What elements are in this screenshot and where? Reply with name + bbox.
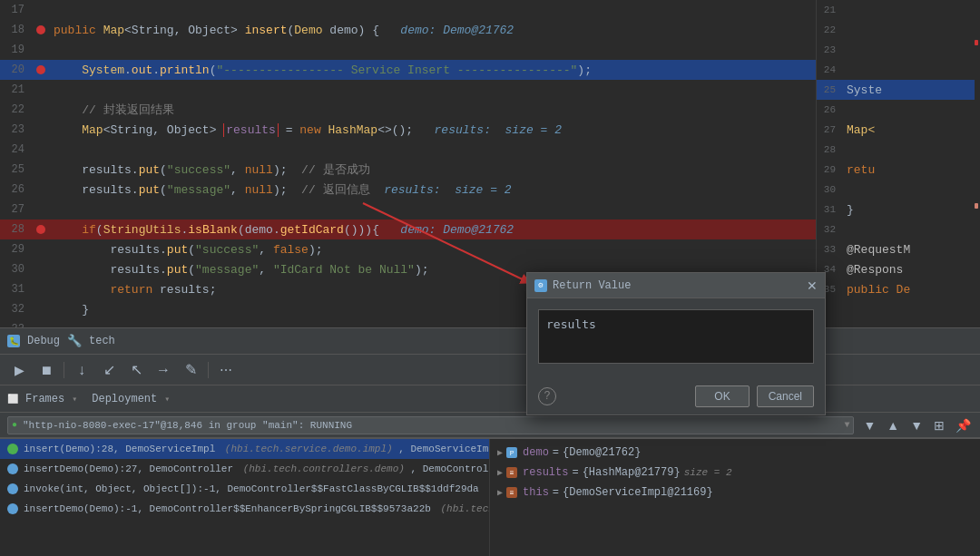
line-num-30: 30 [0, 263, 32, 276]
resume-button[interactable]: ▶ [7, 360, 31, 380]
line-num-31: 31 [0, 283, 32, 296]
frame-detail-0: (hbi.tech.service.demo.impl) [225, 444, 393, 454]
right-num-25: 25 [820, 84, 843, 95]
toolbar-sep-2 [208, 362, 209, 378]
step-into-button[interactable]: ↙ [97, 360, 121, 380]
var-icon-demo: P [506, 447, 517, 458]
modal-ok-button[interactable]: OK [695, 385, 749, 407]
deployment-label[interactable]: Deployment [92, 393, 157, 405]
right-num-22: 22 [820, 24, 843, 35]
var-val-results: {HashMap@21779} [583, 466, 681, 479]
code-line-19: 19 [0, 40, 816, 60]
modal-close-button[interactable]: ✕ [807, 278, 818, 293]
var-item-results[interactable]: ▶ ≡ results = {HashMap@21779} size = 2 [490, 463, 980, 483]
right-line-31: 31 } [817, 200, 980, 219]
line-content-23: Map<String, Object> results = new HashMa… [50, 123, 816, 137]
modal-input[interactable]: results [538, 309, 814, 364]
right-line-32: 32 [817, 219, 980, 239]
frame-item-3[interactable]: insertDemo(Demo):-1, DemoController$$Enh… [0, 499, 489, 519]
frame-main-1: insertDemo(Demo):27, DemoController (hbi… [24, 463, 489, 474]
line-num-17: 17 [0, 4, 32, 16]
frame-detail-3: (hbi.tech.contr... [440, 503, 489, 514]
expand-arrow-this: ▶ [497, 487, 503, 498]
frame-main-3: insertDemo(Demo):-1, DemoController$$Enh… [24, 503, 489, 514]
modal-buttons: OK Cancel [695, 385, 814, 407]
step-out-button[interactable]: ↖ [124, 360, 148, 380]
code-line-18[interactable]: 18 public Map<String, Object> insert(Dem… [0, 20, 816, 40]
thread-selector[interactable]: ● "http-nio-8080-exec-17"@18,846 in grou… [7, 416, 854, 434]
code-line-23: 23 Map<String, Object> results = new Has… [0, 120, 816, 140]
more-button[interactable]: ⋯ [214, 360, 238, 380]
modal-title: ⚙ Return Value [534, 279, 631, 292]
frame-icon-1 [7, 463, 18, 474]
breakpoint-18[interactable] [36, 25, 45, 34]
var-item-this[interactable]: ▶ ≡ this = {DemoServiceImpl@21169} [490, 483, 980, 502]
filter-icon[interactable]: ⊞ [932, 416, 946, 434]
right-line-28: 28 [817, 140, 980, 160]
line-content-22: // 封装返回结果 [50, 102, 816, 118]
stop-button[interactable]: ⏹ [34, 360, 58, 380]
right-content-34: @Respons [843, 263, 980, 277]
thread-filter-button[interactable]: ▼ [861, 416, 877, 434]
modal-cancel-button[interactable]: Cancel [757, 385, 814, 407]
code-line-22: 22 // 封装返回结果 [0, 100, 816, 120]
var-icon-results: ≡ [506, 467, 517, 478]
modal-title-icon: ⚙ [534, 279, 547, 292]
thread-icon: ● [12, 420, 17, 430]
code-line-28[interactable]: 28 if(StringUtils.isBlank(demo.getIdCard… [0, 219, 816, 239]
frames-toolbar: ⬜ Frames ▾ Deployment ▾ [0, 385, 980, 413]
step-over-button[interactable]: ↓ [70, 360, 93, 380]
var-val-this: {DemoServiceImpl@21169} [563, 486, 713, 499]
right-num-30: 30 [820, 184, 843, 195]
var-name-results: results [523, 466, 568, 479]
frame-item-0[interactable]: insert(Demo):28, DemoServiceImpl (hbi.te… [0, 439, 489, 459]
code-line-20[interactable]: 20 System.out.println("-----------------… [0, 60, 816, 80]
modal-help-button[interactable]: ? [538, 387, 556, 405]
line-num-18: 18 [0, 24, 32, 36]
code-line-29: 29 results.put("success", false); [0, 239, 816, 259]
right-num-33: 33 [820, 244, 843, 255]
run-to-cursor-button[interactable]: → [152, 360, 175, 380]
line-num-23: 23 [0, 123, 32, 136]
debug-bar: 🐛 Debug 🔧 tech [0, 327, 980, 355]
code-line-24: 24 [0, 140, 816, 160]
modal-footer: ? OK Cancel [527, 378, 825, 415]
breakpoint-20[interactable] [36, 65, 45, 74]
right-line-26: 26 [817, 100, 980, 120]
frame-detail-1: (hbi.tech.controllers.demo) [243, 463, 405, 474]
right-num-21: 21 [820, 5, 843, 15]
return-value-dialog: ⚙ Return Value ✕ results ? OK Cancel [526, 272, 826, 415]
evaluate-button[interactable]: ✎ [179, 360, 202, 380]
frame-main-0: insert(Demo):28, DemoServiceImpl (hbi.te… [24, 444, 489, 454]
var-name-this: this [523, 486, 549, 499]
thread-dropdown-arrow: ▼ [844, 420, 849, 430]
expand-arrow-results: ▶ [497, 467, 503, 478]
line-content-20: System.out.println("----------------- Se… [50, 63, 816, 77]
var-eq-results: = [572, 466, 578, 479]
gutter-18 [32, 25, 50, 34]
code-line-21: 21 [0, 80, 816, 100]
frame-icon-2 [7, 483, 18, 494]
var-item-demo[interactable]: ▶ P demo = {Demo@21762} [490, 443, 980, 463]
line-num-26: 26 [0, 183, 32, 196]
pin-icon[interactable]: 📌 [954, 416, 973, 434]
code-line-25: 25 results.put("success", null); // 是否成功 [0, 160, 816, 180]
modal-title-text: Return Value [553, 279, 631, 292]
line-content-25: results.put("success", null); // 是否成功 [50, 161, 816, 178]
line-content-29: results.put("success", false); [50, 243, 816, 257]
expand-arrow-demo: ▶ [497, 447, 503, 458]
frame-item-2[interactable]: invoke(int, Object, Object[]):-1, DemoCo… [0, 479, 489, 499]
right-line-21: 21 [817, 0, 980, 20]
frames-label[interactable]: Frames [25, 393, 64, 405]
right-line-27: 27 Map< [817, 120, 980, 140]
debug-tab-label[interactable]: tech [89, 335, 115, 347]
frame-item-1[interactable]: insertDemo(Demo):27, DemoController (hbi… [0, 459, 489, 479]
debug-toolbar: ▶ ⏹ ↓ ↙ ↖ → ✎ ⋯ [0, 355, 980, 385]
line-num-33: 33 [0, 323, 32, 327]
thread-up-button[interactable]: ▲ [885, 416, 901, 434]
line-num-25: 25 [0, 163, 32, 176]
thread-down-button[interactable]: ▼ [908, 416, 925, 434]
code-line-27: 27 [0, 200, 816, 219]
breakpoint-28[interactable] [36, 225, 45, 234]
right-num-26: 26 [820, 104, 843, 115]
